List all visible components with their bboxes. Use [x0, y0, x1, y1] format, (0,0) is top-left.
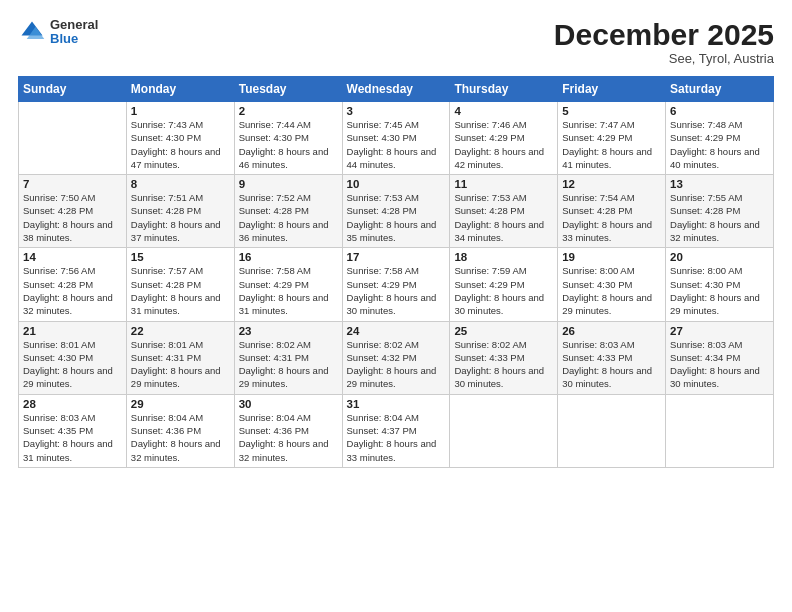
day-number: 7 — [23, 178, 122, 190]
table-cell — [558, 394, 666, 467]
day-number: 17 — [347, 251, 446, 263]
week-row-1: 7Sunrise: 7:50 AM Sunset: 4:28 PM Daylig… — [19, 175, 774, 248]
header-wednesday: Wednesday — [342, 77, 450, 102]
logo: General Blue — [18, 18, 98, 47]
day-info: Sunrise: 8:02 AM Sunset: 4:32 PM Dayligh… — [347, 338, 446, 391]
week-row-3: 21Sunrise: 8:01 AM Sunset: 4:30 PM Dayli… — [19, 321, 774, 394]
day-info: Sunrise: 7:55 AM Sunset: 4:28 PM Dayligh… — [670, 191, 769, 244]
day-number: 10 — [347, 178, 446, 190]
day-number: 18 — [454, 251, 553, 263]
table-cell: 29Sunrise: 8:04 AM Sunset: 4:36 PM Dayli… — [126, 394, 234, 467]
table-cell — [666, 394, 774, 467]
day-number: 21 — [23, 325, 122, 337]
day-number: 2 — [239, 105, 338, 117]
day-number: 12 — [562, 178, 661, 190]
header-tuesday: Tuesday — [234, 77, 342, 102]
day-info: Sunrise: 7:50 AM Sunset: 4:28 PM Dayligh… — [23, 191, 122, 244]
day-info: Sunrise: 7:53 AM Sunset: 4:28 PM Dayligh… — [347, 191, 446, 244]
day-number: 11 — [454, 178, 553, 190]
week-row-2: 14Sunrise: 7:56 AM Sunset: 4:28 PM Dayli… — [19, 248, 774, 321]
title-block: December 2025 See, Tyrol, Austria — [554, 18, 774, 66]
day-info: Sunrise: 7:53 AM Sunset: 4:28 PM Dayligh… — [454, 191, 553, 244]
day-info: Sunrise: 8:04 AM Sunset: 4:36 PM Dayligh… — [131, 411, 230, 464]
table-cell: 7Sunrise: 7:50 AM Sunset: 4:28 PM Daylig… — [19, 175, 127, 248]
table-cell: 1Sunrise: 7:43 AM Sunset: 4:30 PM Daylig… — [126, 102, 234, 175]
day-number: 13 — [670, 178, 769, 190]
table-cell: 20Sunrise: 8:00 AM Sunset: 4:30 PM Dayli… — [666, 248, 774, 321]
table-cell: 15Sunrise: 7:57 AM Sunset: 4:28 PM Dayli… — [126, 248, 234, 321]
table-cell: 12Sunrise: 7:54 AM Sunset: 4:28 PM Dayli… — [558, 175, 666, 248]
table-cell: 18Sunrise: 7:59 AM Sunset: 4:29 PM Dayli… — [450, 248, 558, 321]
day-info: Sunrise: 7:58 AM Sunset: 4:29 PM Dayligh… — [347, 264, 446, 317]
header-saturday: Saturday — [666, 77, 774, 102]
day-number: 6 — [670, 105, 769, 117]
table-cell: 4Sunrise: 7:46 AM Sunset: 4:29 PM Daylig… — [450, 102, 558, 175]
table-cell: 30Sunrise: 8:04 AM Sunset: 4:36 PM Dayli… — [234, 394, 342, 467]
day-info: Sunrise: 8:02 AM Sunset: 4:33 PM Dayligh… — [454, 338, 553, 391]
table-cell: 11Sunrise: 7:53 AM Sunset: 4:28 PM Dayli… — [450, 175, 558, 248]
table-cell: 2Sunrise: 7:44 AM Sunset: 4:30 PM Daylig… — [234, 102, 342, 175]
day-number: 29 — [131, 398, 230, 410]
table-cell: 9Sunrise: 7:52 AM Sunset: 4:28 PM Daylig… — [234, 175, 342, 248]
header: General Blue December 2025 See, Tyrol, A… — [18, 18, 774, 66]
day-number: 4 — [454, 105, 553, 117]
table-cell: 27Sunrise: 8:03 AM Sunset: 4:34 PM Dayli… — [666, 321, 774, 394]
table-cell: 6Sunrise: 7:48 AM Sunset: 4:29 PM Daylig… — [666, 102, 774, 175]
table-cell: 21Sunrise: 8:01 AM Sunset: 4:30 PM Dayli… — [19, 321, 127, 394]
header-monday: Monday — [126, 77, 234, 102]
day-info: Sunrise: 8:03 AM Sunset: 4:33 PM Dayligh… — [562, 338, 661, 391]
calendar: Sunday Monday Tuesday Wednesday Thursday… — [18, 76, 774, 468]
table-cell — [450, 394, 558, 467]
day-number: 15 — [131, 251, 230, 263]
table-cell: 17Sunrise: 7:58 AM Sunset: 4:29 PM Dayli… — [342, 248, 450, 321]
day-number: 3 — [347, 105, 446, 117]
day-number: 31 — [347, 398, 446, 410]
table-cell: 25Sunrise: 8:02 AM Sunset: 4:33 PM Dayli… — [450, 321, 558, 394]
table-cell: 3Sunrise: 7:45 AM Sunset: 4:30 PM Daylig… — [342, 102, 450, 175]
table-cell: 8Sunrise: 7:51 AM Sunset: 4:28 PM Daylig… — [126, 175, 234, 248]
day-info: Sunrise: 7:44 AM Sunset: 4:30 PM Dayligh… — [239, 118, 338, 171]
month-title: December 2025 — [554, 18, 774, 51]
day-number: 1 — [131, 105, 230, 117]
day-number: 26 — [562, 325, 661, 337]
table-cell: 23Sunrise: 8:02 AM Sunset: 4:31 PM Dayli… — [234, 321, 342, 394]
table-cell: 5Sunrise: 7:47 AM Sunset: 4:29 PM Daylig… — [558, 102, 666, 175]
week-row-4: 28Sunrise: 8:03 AM Sunset: 4:35 PM Dayli… — [19, 394, 774, 467]
day-number: 30 — [239, 398, 338, 410]
table-cell: 26Sunrise: 8:03 AM Sunset: 4:33 PM Dayli… — [558, 321, 666, 394]
day-number: 27 — [670, 325, 769, 337]
day-info: Sunrise: 7:54 AM Sunset: 4:28 PM Dayligh… — [562, 191, 661, 244]
logo-blue: Blue — [50, 32, 98, 46]
day-info: Sunrise: 7:57 AM Sunset: 4:28 PM Dayligh… — [131, 264, 230, 317]
day-number: 25 — [454, 325, 553, 337]
table-cell: 14Sunrise: 7:56 AM Sunset: 4:28 PM Dayli… — [19, 248, 127, 321]
day-info: Sunrise: 7:51 AM Sunset: 4:28 PM Dayligh… — [131, 191, 230, 244]
day-info: Sunrise: 7:58 AM Sunset: 4:29 PM Dayligh… — [239, 264, 338, 317]
day-info: Sunrise: 7:59 AM Sunset: 4:29 PM Dayligh… — [454, 264, 553, 317]
location: See, Tyrol, Austria — [554, 51, 774, 66]
day-info: Sunrise: 7:45 AM Sunset: 4:30 PM Dayligh… — [347, 118, 446, 171]
day-info: Sunrise: 7:47 AM Sunset: 4:29 PM Dayligh… — [562, 118, 661, 171]
day-number: 22 — [131, 325, 230, 337]
day-number: 19 — [562, 251, 661, 263]
day-info: Sunrise: 7:43 AM Sunset: 4:30 PM Dayligh… — [131, 118, 230, 171]
day-number: 20 — [670, 251, 769, 263]
day-info: Sunrise: 8:00 AM Sunset: 4:30 PM Dayligh… — [562, 264, 661, 317]
day-number: 24 — [347, 325, 446, 337]
day-info: Sunrise: 8:00 AM Sunset: 4:30 PM Dayligh… — [670, 264, 769, 317]
table-cell: 13Sunrise: 7:55 AM Sunset: 4:28 PM Dayli… — [666, 175, 774, 248]
day-info: Sunrise: 8:01 AM Sunset: 4:30 PM Dayligh… — [23, 338, 122, 391]
day-info: Sunrise: 8:01 AM Sunset: 4:31 PM Dayligh… — [131, 338, 230, 391]
day-info: Sunrise: 8:03 AM Sunset: 4:34 PM Dayligh… — [670, 338, 769, 391]
header-sunday: Sunday — [19, 77, 127, 102]
day-info: Sunrise: 8:02 AM Sunset: 4:31 PM Dayligh… — [239, 338, 338, 391]
day-number: 14 — [23, 251, 122, 263]
table-cell: 28Sunrise: 8:03 AM Sunset: 4:35 PM Dayli… — [19, 394, 127, 467]
table-cell: 10Sunrise: 7:53 AM Sunset: 4:28 PM Dayli… — [342, 175, 450, 248]
table-cell: 22Sunrise: 8:01 AM Sunset: 4:31 PM Dayli… — [126, 321, 234, 394]
table-cell: 16Sunrise: 7:58 AM Sunset: 4:29 PM Dayli… — [234, 248, 342, 321]
day-info: Sunrise: 8:03 AM Sunset: 4:35 PM Dayligh… — [23, 411, 122, 464]
day-number: 8 — [131, 178, 230, 190]
day-info: Sunrise: 7:52 AM Sunset: 4:28 PM Dayligh… — [239, 191, 338, 244]
weekday-header-row: Sunday Monday Tuesday Wednesday Thursday… — [19, 77, 774, 102]
